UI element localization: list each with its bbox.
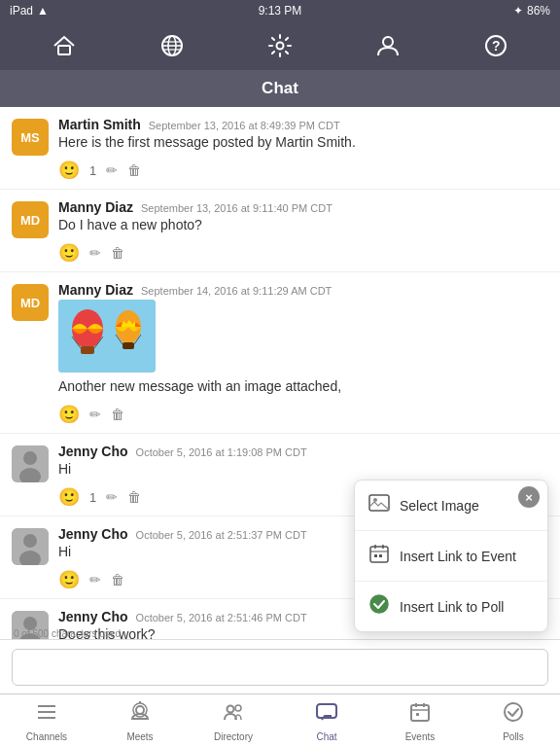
delete-button[interactable]: 🗑 [111,407,124,422]
battery-label: 86% [527,4,550,18]
tab-chat[interactable]: Chat [280,694,373,747]
message-actions: 🙂 1 ✏ 🗑 [58,156,548,189]
tab-label-polls: Polls [503,731,524,742]
chat-message: MD Manny Diaz September 13, 2016 at 9:11… [0,190,560,272]
avatar: MS [12,119,49,156]
svg-point-47 [235,705,241,711]
tab-icon-channels [35,700,58,729]
svg-rect-0 [58,46,70,54]
message-header: Jenny Cho October 5, 2016 at 1:19:08 PM … [58,444,548,459]
message-author: Manny Diaz [58,282,133,298]
message-text: Here is the first message posted by Mart… [58,134,548,150]
delete-button[interactable]: 🗑 [127,489,141,505]
svg-rect-33 [370,547,388,562]
popup-insert-event[interactable]: Insert Link to Event [355,531,547,582]
message-body: Manny Diaz September 14, 2016 at 9:11:29… [58,282,548,433]
message-author: Jenny Cho [58,609,128,624]
tab-icon-directory [222,700,245,729]
message-author: Jenny Cho [58,444,128,459]
svg-text:?: ? [492,38,501,53]
svg-rect-10 [58,300,156,373]
message-header: Martin Smith September 13, 2016 at 8:49:… [58,117,548,132]
edit-button[interactable]: ✏ [89,572,101,587]
reaction-count: 1 [89,490,96,505]
delete-button[interactable]: 🗑 [111,572,124,587]
popup-select-image-label: Select Image [400,498,479,514]
popup-insert-poll-label: Insert Link to Poll [400,599,504,615]
emoji-button[interactable]: 🙂 [58,404,80,425]
tab-icon-chat [315,700,338,729]
tab-polls[interactable]: Polls [467,694,560,747]
message-actions: 🙂 ✏ 🗑 [58,400,548,433]
help-button[interactable]: ? [474,24,517,67]
message-text: Hi [58,461,548,477]
edit-button[interactable]: ✏ [89,407,101,422]
tab-meets[interactable]: Meets [93,694,187,747]
svg-rect-31 [369,495,389,511]
message-body: Manny Diaz September 13, 2016 at 9:11:40… [58,199,548,271]
popup-close-button[interactable]: × [518,486,540,508]
message-actions: 🙂 ✏ 🗑 [58,238,548,271]
checkmark-icon [368,593,390,620]
edit-button[interactable]: ✏ [106,162,118,178]
tab-icon-events [408,700,432,729]
tab-directory[interactable]: Directory [187,694,280,747]
text-input-area [0,639,560,694]
svg-point-54 [505,703,522,721]
popup-insert-poll[interactable]: Insert Link to Poll [355,582,547,631]
tab-label-events: Events [405,731,436,742]
tab-events[interactable]: Events [373,694,467,747]
popup-select-image[interactable]: Select Image [355,480,547,531]
message-author: Jenny Cho [58,526,128,542]
message-timestamp: October 5, 2016 at 1:19:08 PM CDT [136,446,307,458]
emoji-button[interactable]: 🙂 [58,569,80,590]
emoji-button[interactable]: 🙂 [58,160,80,181]
svg-point-46 [228,705,234,712]
tab-label-meets: Meets [126,731,153,742]
tab-label-directory: Directory [214,731,253,742]
message-body: Martin Smith September 13, 2016 at 8:49:… [58,117,548,189]
status-right: ✦ 86% [513,4,550,18]
svg-rect-16 [122,342,134,349]
status-left: iPad ▲ [10,4,49,18]
svg-point-7 [383,37,393,47]
nav-bar: ? [0,21,560,70]
tab-icon-meets [128,700,152,729]
tab-label-channels: Channels [26,731,67,742]
carrier-label: iPad [10,4,33,18]
svg-rect-37 [374,554,377,557]
avatar [12,528,49,565]
message-timestamp: October 5, 2016 at 2:51:37 PM CDT [136,529,307,541]
svg-point-23 [23,534,37,548]
svg-point-43 [136,706,144,714]
avatar: MD [12,284,49,321]
svg-rect-38 [379,554,382,557]
delete-button[interactable]: 🗑 [127,162,141,178]
edit-button[interactable]: ✏ [106,489,118,505]
edit-button[interactable]: ✏ [89,245,101,261]
emoji-button[interactable]: 🙂 [58,242,80,264]
tab-channels[interactable]: Channels [0,694,93,747]
message-header: Manny Diaz September 13, 2016 at 9:11:40… [58,199,548,215]
message-image [58,300,156,373]
popup-menu: × Select Image Insert Link to Event [354,480,548,632]
home-button[interactable] [43,24,86,67]
message-timestamp: September 14, 2016 at 9:11:29 AM CDT [141,285,332,297]
profile-button[interactable] [367,24,409,67]
chat-message: MS Martin Smith September 13, 2016 at 8:… [0,107,560,190]
delete-button[interactable]: 🗑 [111,245,124,261]
image-icon [368,492,390,518]
tab-label-chat: Chat [316,731,336,742]
message-timestamp: October 5, 2016 at 2:51:46 PM CDT [136,612,307,623]
message-author: Martin Smith [58,117,141,132]
emoji-button[interactable]: 🙂 [58,486,80,508]
globe-button[interactable] [151,24,193,67]
page-title: Chat [0,70,560,107]
avatar [12,445,49,482]
message-header: Manny Diaz September 14, 2016 at 9:11:29… [58,282,548,298]
settings-button[interactable] [259,24,301,67]
svg-point-20 [23,451,37,465]
message-author: Manny Diaz [58,199,133,215]
status-time: 9:13 PM [259,4,302,18]
message-input[interactable] [12,649,548,686]
